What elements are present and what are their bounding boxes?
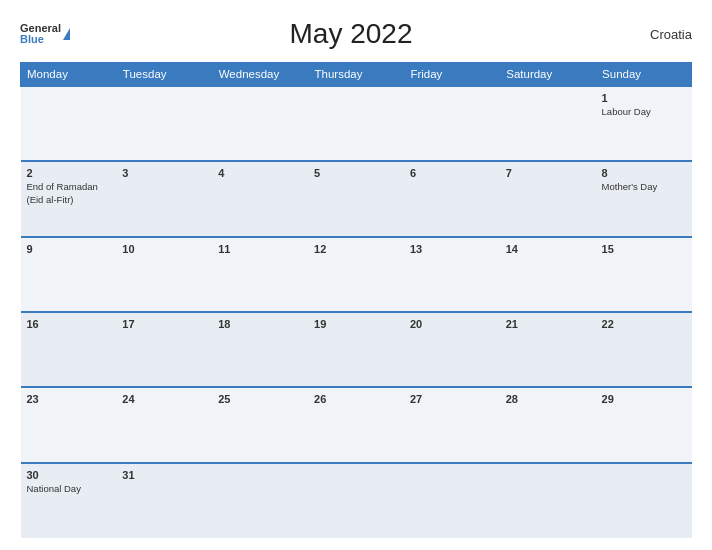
calendar-cell (308, 463, 404, 538)
day-number: 31 (122, 469, 206, 481)
calendar-week-row: 23242526272829 (21, 387, 692, 462)
day-number: 2 (27, 167, 111, 179)
header: General Blue May 2022 Croatia (20, 18, 692, 50)
calendar-cell (308, 86, 404, 161)
day-number: 26 (314, 393, 398, 405)
day-number: 13 (410, 243, 494, 255)
calendar-cell: 6 (404, 161, 500, 236)
calendar-cell (404, 86, 500, 161)
calendar-cell: 7 (500, 161, 596, 236)
day-number: 19 (314, 318, 398, 330)
calendar-cell (404, 463, 500, 538)
day-number: 3 (122, 167, 206, 179)
logo-blue-text: Blue (20, 34, 61, 45)
calendar-cell: 30National Day (21, 463, 117, 538)
day-number: 5 (314, 167, 398, 179)
day-number: 4 (218, 167, 302, 179)
day-number: 12 (314, 243, 398, 255)
calendar-cell: 19 (308, 312, 404, 387)
calendar-cell (116, 86, 212, 161)
day-number: 10 (122, 243, 206, 255)
event-label: End of Ramadan (27, 181, 111, 193)
calendar-cell (212, 86, 308, 161)
event-label: (Eid al-Fitr) (27, 194, 111, 206)
calendar-cell: 1Labour Day (596, 86, 692, 161)
calendar-title: May 2022 (70, 18, 632, 50)
day-number: 20 (410, 318, 494, 330)
calendar-cell: 25 (212, 387, 308, 462)
col-sunday: Sunday (596, 63, 692, 87)
col-saturday: Saturday (500, 63, 596, 87)
logo-text: General Blue (20, 23, 61, 45)
calendar-cell: 16 (21, 312, 117, 387)
day-number: 27 (410, 393, 494, 405)
calendar-cell: 3 (116, 161, 212, 236)
day-number: 8 (602, 167, 686, 179)
calendar-cell: 2End of Ramadan(Eid al-Fitr) (21, 161, 117, 236)
day-number: 7 (506, 167, 590, 179)
day-number: 9 (27, 243, 111, 255)
calendar-week-row: 9101112131415 (21, 237, 692, 312)
calendar-cell: 21 (500, 312, 596, 387)
calendar-cell: 11 (212, 237, 308, 312)
day-number: 24 (122, 393, 206, 405)
day-number: 14 (506, 243, 590, 255)
calendar-cell (212, 463, 308, 538)
calendar-week-row: 1Labour Day (21, 86, 692, 161)
day-number: 30 (27, 469, 111, 481)
calendar-cell: 31 (116, 463, 212, 538)
calendar-cell (500, 86, 596, 161)
calendar-cell: 24 (116, 387, 212, 462)
day-number: 15 (602, 243, 686, 255)
country-label: Croatia (632, 27, 692, 42)
page: General Blue May 2022 Croatia Monday Tue… (0, 0, 712, 550)
calendar-table: Monday Tuesday Wednesday Thursday Friday… (20, 62, 692, 538)
day-number: 11 (218, 243, 302, 255)
calendar-cell: 22 (596, 312, 692, 387)
col-wednesday: Wednesday (212, 63, 308, 87)
calendar-cell: 17 (116, 312, 212, 387)
calendar-cell: 28 (500, 387, 596, 462)
calendar-cell: 20 (404, 312, 500, 387)
calendar-cell (500, 463, 596, 538)
day-number: 16 (27, 318, 111, 330)
calendar-cell: 10 (116, 237, 212, 312)
day-number: 1 (602, 92, 686, 104)
calendar-cell: 14 (500, 237, 596, 312)
calendar-header-row: Monday Tuesday Wednesday Thursday Friday… (21, 63, 692, 87)
calendar-cell: 9 (21, 237, 117, 312)
calendar-cell: 15 (596, 237, 692, 312)
calendar-cell: 18 (212, 312, 308, 387)
day-number: 25 (218, 393, 302, 405)
day-number: 23 (27, 393, 111, 405)
calendar-week-row: 16171819202122 (21, 312, 692, 387)
calendar-cell: 13 (404, 237, 500, 312)
col-friday: Friday (404, 63, 500, 87)
col-monday: Monday (21, 63, 117, 87)
calendar-cell: 23 (21, 387, 117, 462)
day-number: 21 (506, 318, 590, 330)
event-label: National Day (27, 483, 111, 495)
day-number: 28 (506, 393, 590, 405)
logo-triangle-icon (63, 28, 70, 40)
day-number: 18 (218, 318, 302, 330)
calendar-cell: 12 (308, 237, 404, 312)
calendar-cell: 8Mother's Day (596, 161, 692, 236)
day-number: 22 (602, 318, 686, 330)
calendar-week-row: 30National Day31 (21, 463, 692, 538)
day-number: 29 (602, 393, 686, 405)
calendar-cell (21, 86, 117, 161)
calendar-cell: 27 (404, 387, 500, 462)
day-number: 17 (122, 318, 206, 330)
calendar-cell (596, 463, 692, 538)
logo: General Blue (20, 23, 70, 45)
col-thursday: Thursday (308, 63, 404, 87)
calendar-week-row: 2End of Ramadan(Eid al-Fitr)345678Mother… (21, 161, 692, 236)
calendar-cell: 29 (596, 387, 692, 462)
col-tuesday: Tuesday (116, 63, 212, 87)
calendar-cell: 5 (308, 161, 404, 236)
event-label: Mother's Day (602, 181, 686, 193)
calendar-cell: 4 (212, 161, 308, 236)
event-label: Labour Day (602, 106, 686, 118)
calendar-cell: 26 (308, 387, 404, 462)
